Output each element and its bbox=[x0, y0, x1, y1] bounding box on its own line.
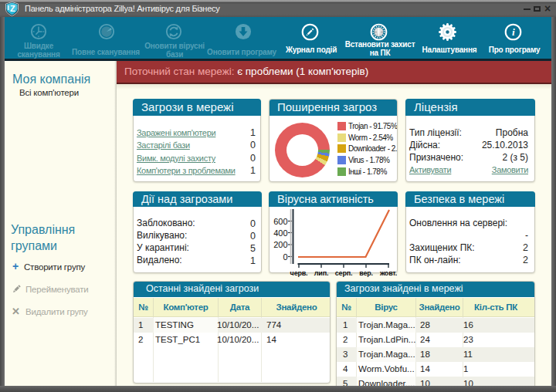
svg-text:600: 600 bbox=[273, 217, 287, 226]
svg-text:Z: Z bbox=[10, 4, 15, 13]
svg-text:200: 200 bbox=[273, 240, 287, 249]
svg-text:i: i bbox=[512, 26, 515, 38]
svg-text:0: 0 bbox=[283, 252, 287, 262]
svg-text:400: 400 bbox=[273, 228, 287, 238]
